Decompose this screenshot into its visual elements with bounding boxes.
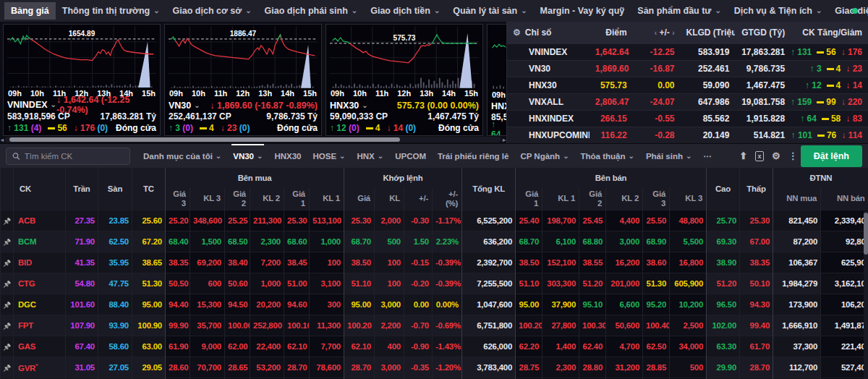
ticker-symbol[interactable]: CTG xyxy=(14,273,66,294)
cell-sell-g1[interactable]: 95.00 xyxy=(516,294,542,315)
cell-sell-g1[interactable]: 28.75 xyxy=(516,357,542,378)
cell-sell-kl3[interactable]: 34,000 xyxy=(670,336,707,357)
cell-match-kl[interactable]: 3,000 xyxy=(375,294,404,315)
cell-sell-g3[interactable]: 38.60 xyxy=(643,252,670,273)
nav-item-8[interactable]: Dịch vụ & Tiện ích⌄ xyxy=(728,2,829,20)
cell-sell-g1[interactable]: 100.20 xyxy=(516,315,542,336)
table-vscrollbar[interactable] xyxy=(864,211,868,379)
col-diem[interactable]: Điểm xyxy=(590,27,633,38)
cell-match-pct[interactable]: -0.39% xyxy=(433,252,462,273)
cell-match-pct[interactable]: 2.23% xyxy=(433,231,462,252)
search-box[interactable] xyxy=(6,148,130,165)
cell-match-kl[interactable]: 3,000 xyxy=(375,357,404,378)
cell-match-chg[interactable]: -0.20 xyxy=(404,273,433,294)
cell-sell-g2[interactable]: 28.80 xyxy=(579,357,606,378)
cell-buy-g3[interactable]: 50.50 xyxy=(166,273,190,294)
cell-buy-kl2[interactable]: 7,200 xyxy=(250,252,284,273)
stock-row-DGC[interactable]: 📌DGC101.6088.4095.0094.4015,30094.5020,2… xyxy=(1,294,868,315)
index-row-vnxall[interactable]: VNXALL2,806.47-24.07647.98619,081.758↑ 1… xyxy=(507,93,868,110)
upload-icon[interactable]: ⬆ xyxy=(739,150,747,161)
cell-sell-g1[interactable]: 25.40 xyxy=(516,210,542,231)
cell-sell-kl2[interactable]: 4,700 xyxy=(606,336,643,357)
cell-total-kl[interactable]: 3,783,400 xyxy=(462,357,516,378)
index-name-dropdown[interactable]: VNINDEX⌄ xyxy=(7,100,56,110)
cell-sell-g2[interactable]: 68.80 xyxy=(579,231,606,252)
cell-sell-kl3[interactable]: 16,800 xyxy=(670,252,707,273)
cell-match-kl[interactable]: 100 xyxy=(375,252,404,273)
index-name-dropdown[interactable]: HNX30⌄ xyxy=(330,101,368,111)
cell-buy-g3[interactable]: 94.40 xyxy=(166,294,190,315)
cell-buy-g1[interactable]: 38.45 xyxy=(284,252,310,273)
index-name-dropdown[interactable]: VN30⌄ xyxy=(169,101,200,111)
cell-match-pct[interactable]: -1.20% xyxy=(433,357,462,378)
cell-buy-g1[interactable]: 94.60 xyxy=(284,294,310,315)
cell-buy-g3[interactable]: 99.90 xyxy=(166,315,190,336)
nav-item-7[interactable]: Sản phẩm đầu tư⌄ xyxy=(631,2,728,20)
cell-buy-kl3[interactable]: 70,700 xyxy=(190,357,225,378)
cell-buy-g1[interactable]: 68.60 xyxy=(284,231,310,252)
cell-buy-kl1[interactable]: 300 xyxy=(310,294,344,315)
cell-buy-g1[interactable]: 28.70 xyxy=(284,357,310,378)
cell-match-gia[interactable]: 25.30 xyxy=(344,210,375,231)
cell-buy-g2[interactable]: 62.00 xyxy=(225,336,250,357)
kebab-menu-icon[interactable]: ⋮ xyxy=(788,150,798,161)
cell-buy-kl1[interactable]: 7,700 xyxy=(310,336,344,357)
cell-buy-kl3[interactable]: 9,000 xyxy=(190,336,225,357)
cell-match-kl[interactable]: 2,000 xyxy=(375,210,404,231)
pin-cell[interactable]: 📌 xyxy=(1,273,14,294)
tab-th-a-thu-n[interactable]: Thỏa thuận⌄ xyxy=(575,144,640,168)
cell-match-chg[interactable]: -0.90 xyxy=(404,336,433,357)
col-gtgd[interactable]: GTGD (Tỷ) xyxy=(735,27,791,38)
cell-sell-kl1[interactable]: 198,700 xyxy=(542,210,579,231)
cell-sell-g3[interactable]: 25.50 xyxy=(643,210,670,231)
cell-buy-kl3[interactable]: 348,600 xyxy=(190,210,225,231)
place-order-button[interactable]: Đặt lệnh xyxy=(801,145,862,167)
cell-sell-kl2[interactable]: 201,000 xyxy=(606,273,643,294)
cell-match-kl[interactable]: 500 xyxy=(375,231,404,252)
tab-upcom[interactable]: UPCOM xyxy=(389,144,432,168)
tab-tr-i-phi-u-ri-ng-l-[interactable]: Trái phiếu riêng lẻ xyxy=(432,144,514,168)
index-row-hnx30[interactable]: HNX30575.730.0059.0901,467.475↑ 124↓ 14 xyxy=(507,77,868,93)
cell-buy-kl1[interactable]: 100 xyxy=(310,252,344,273)
cell-sell-kl2[interactable]: 6,600 xyxy=(606,294,643,315)
cell-match-gia[interactable]: 28.70 xyxy=(344,357,375,378)
index-row-hnxupcomindex[interactable]: HNXUPCOMINDEX116.22-0.2820.149514.821↑ 1… xyxy=(507,127,868,143)
nav-item-1[interactable]: Thông tin thị trường⌄ xyxy=(56,2,166,20)
cell-sell-g2[interactable]: 51.20 xyxy=(579,273,606,294)
cell-buy-kl1[interactable]: 11,300 xyxy=(310,315,344,336)
cell-buy-kl2[interactable]: 252,800 xyxy=(250,315,284,336)
cell-sell-kl3[interactable]: 10,200 xyxy=(670,294,707,315)
cell-match-chg[interactable]: -0.15 xyxy=(404,252,433,273)
nav-item-5[interactable]: Quản lý tài sản⌄ xyxy=(446,2,533,20)
excel-export-icon[interactable]: x xyxy=(755,151,764,161)
cell-sell-kl1[interactable]: 27,800 xyxy=(542,315,579,336)
pin-cell[interactable]: 📌 xyxy=(1,210,14,231)
cell-match-gia[interactable]: 62.10 xyxy=(344,336,375,357)
cell-buy-kl2[interactable]: 22,400 xyxy=(250,336,284,357)
cell-sell-g1[interactable]: 68.70 xyxy=(516,231,542,252)
cell-sell-g3[interactable]: 28.85 xyxy=(643,357,670,378)
cell-buy-g2[interactable]: 28.65 xyxy=(225,357,250,378)
cell-buy-kl1[interactable]: 513,100 xyxy=(310,210,344,231)
cell-sell-kl3[interactable]: 605,900 xyxy=(670,273,707,294)
index-row-hnxindex[interactable]: HNXINDEX266.15-0.5585.5621,915.828↑ 6458… xyxy=(507,110,868,127)
cell-match-pct[interactable]: -0.69% xyxy=(433,315,462,336)
cell-buy-g3[interactable]: 61.90 xyxy=(166,336,190,357)
nav-item-9[interactable]: Giao diện của tôi xyxy=(828,2,868,20)
stock-row-GAS[interactable]: 📌GAS67.4058.6063.0061.909,00062.0022,400… xyxy=(1,336,868,357)
cell-buy-g2[interactable]: 25.25 xyxy=(225,210,250,231)
cell-buy-g1[interactable]: 25.30 xyxy=(284,210,310,231)
cell-match-gia[interactable]: 68.70 xyxy=(344,231,375,252)
cell-buy-g1[interactable]: 62.10 xyxy=(284,336,310,357)
ticker-symbol[interactable]: GVRᵒ xyxy=(14,357,66,378)
cell-match-pct[interactable]: -1.43% xyxy=(433,336,462,357)
cell-buy-g2[interactable]: 50.60 xyxy=(225,273,250,294)
nav-item-3[interactable]: Giao dịch phái sinh⌄ xyxy=(258,2,365,20)
pin-cell[interactable]: 📌 xyxy=(1,252,14,273)
cell-match-gia[interactable]: 38.50 xyxy=(344,252,375,273)
search-input[interactable] xyxy=(25,152,124,161)
hscroll-thumb[interactable] xyxy=(9,137,400,142)
cell-match-kl[interactable]: 100 xyxy=(375,273,404,294)
cell-buy-kl2[interactable]: 1,000 xyxy=(250,273,284,294)
cell-match-chg[interactable]: -0.70 xyxy=(404,315,433,336)
